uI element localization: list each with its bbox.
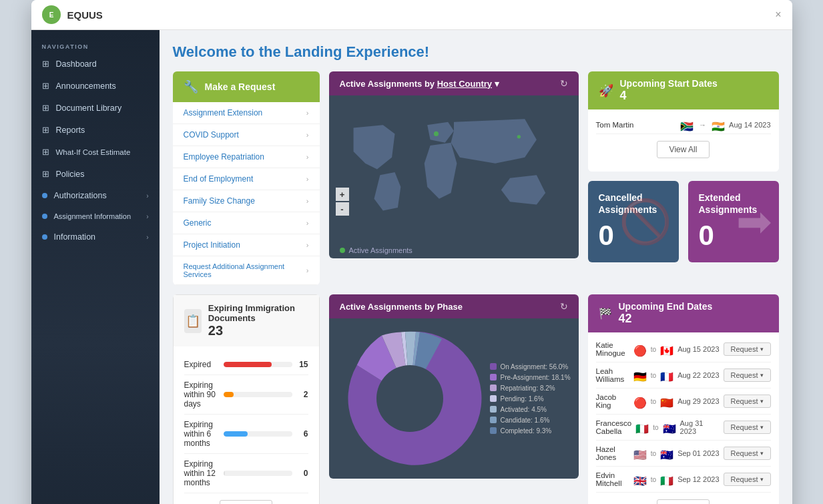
phase-title: Active Assignments by Phase <box>340 302 463 312</box>
sidebar-item-dashboard[interactable]: ⊞ Dashboard <box>31 53 160 75</box>
make-request-card: 🔧 Make a Request Assignment Extension › … <box>173 71 320 285</box>
nav-label: NAVIGATION <box>31 38 160 53</box>
start-dates-icon: 🚀 <box>599 83 613 98</box>
immigration-title: Expiring Immigration Documents <box>208 303 308 323</box>
menu-family-size[interactable]: Family Size Change › <box>173 190 320 212</box>
app-window: E EQUUS × NAVIGATION ⊞ Dashboard ⊞ Annou… <box>31 0 792 504</box>
legend-label: Pre-Assignment: 18.1% <box>500 374 570 381</box>
svg-point-4 <box>517 135 520 138</box>
sidebar-item-authorizations[interactable]: Authorizations › <box>31 185 160 206</box>
host-country-link[interactable]: Host Country <box>437 79 492 89</box>
refresh-icon[interactable]: ↻ <box>560 301 568 312</box>
end-dates-title: Upcoming End Dates <box>619 301 713 312</box>
view-all-end-button[interactable]: View All <box>657 499 710 504</box>
legend-label: Candidate: 1.6% <box>500 417 549 424</box>
sidebar-item-reports[interactable]: ⊞ Reports <box>31 119 160 141</box>
menu-covid-support[interactable]: COVID Support › <box>173 124 320 146</box>
menu-employee-repatriation[interactable]: Employee Repatriation › <box>173 146 320 168</box>
legend-label: On Assignment: 56.0% <box>500 363 568 370</box>
sidebar-item-document-library[interactable]: ⊞ Document Library <box>31 97 160 119</box>
menu-additional-services[interactable]: Request Additional Assignment Services › <box>173 256 320 285</box>
request-button[interactable]: Request ▾ <box>724 342 771 356</box>
assignee-name: Hazel Jones <box>596 445 629 461</box>
assignee-name: Francesco Cabella <box>596 419 632 435</box>
end-date-row: Hazel Jones 🇺🇸 to 🇦🇺 Sep 01 2023 Request… <box>596 441 771 467</box>
to-flag: 🇦🇺 <box>663 423 676 432</box>
view-all-immigration-button[interactable]: View All <box>220 500 273 504</box>
main-layout: NAVIGATION ⊞ Dashboard ⊞ Announcements ⊞… <box>31 30 792 504</box>
arrow-icon: to <box>651 346 656 353</box>
sidebar-item-label: Document Library <box>56 103 122 113</box>
chevron-right-icon: › <box>146 192 148 200</box>
phase-column: Active Assignments by Phase ↻ <box>329 294 579 504</box>
map-legend-label: Active Assignments <box>349 246 413 254</box>
request-button[interactable]: Request ▾ <box>724 368 771 382</box>
dot-icon <box>42 193 47 198</box>
expiring-90-bar-wrap <box>224 392 292 397</box>
zoom-in-button[interactable]: + <box>336 188 349 201</box>
expired-bar-wrap <box>224 362 292 367</box>
world-map <box>336 110 572 228</box>
arrow-icon: to <box>651 476 656 483</box>
close-icon[interactable]: × <box>775 9 781 21</box>
request-button[interactable]: Request ▾ <box>724 447 771 460</box>
request-button[interactable]: Request ▾ <box>724 421 771 434</box>
expiring-6m-bar <box>224 431 248 437</box>
view-all-start-button[interactable]: View All <box>657 141 710 158</box>
request-button[interactable]: Request ▾ <box>724 395 771 408</box>
announcements-icon: ⊞ <box>42 81 49 91</box>
sidebar-item-policies[interactable]: ⊞ Policies <box>31 163 160 185</box>
menu-assignment-extension[interactable]: Assignment Extension › <box>173 102 320 124</box>
end-date: Aug 31 2023 <box>680 419 720 435</box>
expiring-12m-bar-wrap <box>224 471 292 476</box>
menu-item-label: COVID Support <box>184 130 239 140</box>
expiring-6m-label: Expiring within 6 months <box>184 420 218 448</box>
from-flag: 🇺🇸 <box>633 449 647 458</box>
from-flag: 🇬🇧 <box>633 475 647 484</box>
chevron-right-icon: › <box>306 219 309 227</box>
map-controls: + - <box>336 188 349 216</box>
end-date-row: Francesco Cabella 🇮🇹 to 🇦🇺 Aug 31 2023 R… <box>596 415 771 441</box>
chevron-right-icon: › <box>306 241 309 249</box>
zoom-out-button[interactable]: - <box>336 202 349 216</box>
chevron-right-icon: › <box>306 131 309 139</box>
svg-point-3 <box>433 131 438 136</box>
arrow-icon: to <box>651 450 656 457</box>
immigration-body: Expired 15 Expiring within 90 days <box>173 346 320 504</box>
request-button[interactable]: Request ▾ <box>724 473 771 486</box>
whatif-icon: ⊞ <box>42 147 49 157</box>
sidebar-item-label: Announcements <box>56 81 116 91</box>
sidebar-item-label: Authorizations <box>54 191 107 200</box>
sidebar-item-information[interactable]: Information › <box>31 226 160 248</box>
dot-icon <box>42 234 47 240</box>
extended-card: Extended Assignments 0 ➡ <box>688 181 779 262</box>
start-date: Aug 14 2023 <box>729 121 770 129</box>
legend-candidate: Candidate: 1.6% <box>490 417 570 424</box>
sidebar-item-announcements[interactable]: ⊞ Announcements <box>31 75 160 97</box>
chevron-right-icon: › <box>306 266 309 274</box>
assignee-name: Jacob King <box>596 393 629 409</box>
to-flag: 🇮🇳 <box>712 120 725 130</box>
arrow-icon: to <box>653 424 658 431</box>
start-dates-title: Upcoming Start Dates <box>620 78 718 89</box>
end-dates-column: 🏁 Upcoming End Dates 42 Katie Minogue 🔴 … <box>588 294 779 504</box>
immigration-count: 23 <box>208 323 308 338</box>
chevron-right-icon: › <box>306 175 309 183</box>
to-flag: 🇮🇹 <box>660 475 673 484</box>
color-swatch <box>490 417 497 423</box>
from-flag: 🔴 <box>633 397 647 406</box>
menu-generic[interactable]: Generic › <box>173 212 320 234</box>
chevron-right-icon: › <box>306 153 309 161</box>
sidebar-item-assignment-info[interactable]: Assignment Information › <box>31 206 160 226</box>
legend-dot <box>340 248 345 253</box>
color-swatch <box>490 385 497 391</box>
refresh-icon[interactable]: ↻ <box>560 78 568 89</box>
menu-project-initiation[interactable]: Project Initiation › <box>173 234 320 256</box>
end-date: Aug 22 2023 <box>677 371 719 379</box>
menu-end-employment[interactable]: End of Employment › <box>173 168 320 190</box>
sidebar-item-what-if[interactable]: ⊞ What-If Cost Estimate <box>31 141 160 163</box>
stats-row: Cancelled Assignments 0 🚫 Extended Assig… <box>588 181 779 262</box>
sidebar: NAVIGATION ⊞ Dashboard ⊞ Announcements ⊞… <box>31 30 160 504</box>
imm-row-expired: Expired 15 <box>184 354 308 375</box>
immigration-column: 📋 Expiring Immigration Documents 23 Expi… <box>173 294 320 504</box>
